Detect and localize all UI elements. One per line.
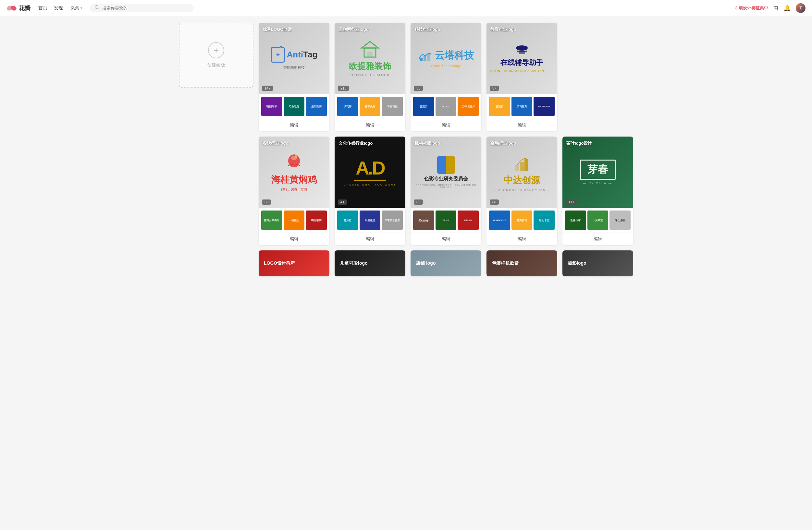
card-thumbnails: 试驾邦 墨客优品 奇图科技 [335, 94, 405, 119]
bottom-card-photo-logo[interactable]: 摄影logo [562, 250, 633, 276]
thumb-1: 逸魂竹茗 [565, 210, 586, 230]
nav-collect[interactable]: 采集 ▾ [71, 5, 82, 11]
card-main-image: 在线辅导助手 ONLINE COUNSELING ASSISTANT —— [487, 23, 557, 94]
svg-point-16 [295, 156, 297, 158]
card-header: A.D CREATE WHAT YOU WANT 文化传媒行业logo 41 [335, 136, 405, 208]
svg-point-2 [95, 5, 98, 9]
grid-icon[interactable]: ⊞ [773, 4, 778, 12]
board-card-antitag[interactable]: AntiTag 智能防盗科技 优秀LOGO欣赏 147 嗨翻闺栋 巧鱼电竞 晨阳… [259, 23, 330, 131]
bottom-card-shop-logo[interactable]: 店铺 logo [410, 250, 481, 276]
color-logo: 色彩专业研究委员会 PROFESSIONAL RESEARCH COMMITTE… [410, 156, 481, 189]
board-card-ad[interactable]: A.D CREATE WHAT YOU WANT 文化传媒行业logo 41 趣… [335, 136, 405, 245]
card-thumbnails: 嗨翻闺栋 巧鱼电竞 晨阳医药 [259, 94, 330, 119]
card-title: 文化传媒行业logo [338, 141, 373, 146]
edit-button[interactable]: 编辑 [335, 233, 405, 245]
svg-rect-17 [516, 165, 519, 171]
thumb-2: 学习教育 [511, 97, 533, 116]
cta-label[interactable]: 3 项设计赛征集中 [735, 5, 768, 11]
board-card-food[interactable]: 海桂黄焖鸡 好吃、实惠、方便 餐饮行业logo 69 花田台茶餐厅 一络橙心 嗨… [259, 136, 330, 245]
board-card-ottiya[interactable]: 欧提雅装饰 OTTIYA DECORATION 互联网行业logo 213 试驾… [335, 23, 405, 131]
create-board-label: 创建画板 [207, 62, 225, 68]
thumb-1: 嗨翻闺栋 [261, 97, 282, 116]
edu-logo: 在线辅导助手 ONLINE COUNSELING ASSISTANT —— [490, 44, 554, 73]
card-title: 优秀LOGO欣赏 [263, 27, 292, 32]
svg-rect-8 [420, 58, 423, 61]
svg-rect-19 [524, 159, 528, 171]
thumb-3: 乐土乡园 [609, 210, 630, 230]
create-board-button[interactable]: + 创建画板 [179, 23, 253, 88]
nav-collect-label: 采集 [71, 5, 79, 11]
board-card-tea[interactable]: 芽春 — Ya Chun — 茶叶logo设计 111 逸魂竹茗 一风茶宝 乐土… [562, 136, 633, 245]
bottom-card-logo-tutorial[interactable]: LOGO设计教程 [259, 250, 330, 276]
bottom-card-title: 包装样机欣赏 [492, 261, 519, 266]
card-main-image: AntiTag 智能防盗科技 [259, 23, 330, 94]
search-input[interactable] [102, 5, 189, 10]
ottiya-logo: 欧提雅装饰 OTTIYA DECORATION [349, 40, 391, 77]
thumb-2: 辰星旅游 [360, 210, 381, 230]
nav-home[interactable]: 首页 [38, 5, 47, 11]
chevron-down-icon: ▾ [81, 6, 82, 10]
bottom-card-header: 儿童可爱logo [335, 250, 405, 276]
card-main-image: A.D CREATE WHAT YOU WANT [335, 136, 405, 208]
nav-right: 3 项设计赛征集中 ⊞ 🔔 T [735, 3, 806, 13]
card-count: 37 [490, 86, 499, 91]
bottom-card-kids-logo[interactable]: 儿童可爱logo [335, 250, 405, 276]
thumb-3: GORDON [534, 97, 555, 116]
thumb-2: 趋势咨询 [511, 210, 533, 230]
edit-button[interactable]: 编辑 [487, 119, 557, 131]
card-header: 欧提雅装饰 OTTIYA DECORATION 互联网行业logo 213 [335, 23, 405, 94]
board-card-color[interactable]: 色彩专业研究委员会 PROFESSIONAL RESEARCH COMMITTE… [410, 136, 481, 245]
edit-button[interactable]: 编辑 [562, 233, 633, 245]
board-grid: AntiTag 智能防盗科技 优秀LOGO欣赏 147 嗨翻闺栋 巧鱼电竞 晨阳… [259, 23, 633, 276]
card-count: 69 [262, 200, 271, 205]
card-header: 云塔科技 Yunta Technology 科技行业logo 55 [410, 23, 481, 94]
card-header: 色彩专业研究委员会 PROFESSIONAL RESEARCH COMMITTE… [410, 136, 481, 208]
card-grid-row1: AntiTag 智能防盗科技 优秀LOGO欣赏 147 嗨翻闺栋 巧鱼电竞 晨阳… [259, 23, 633, 131]
card-thumbnails: MARKBIDI 趋势咨询 冰心卡盟 [487, 208, 557, 233]
bottom-card-title: LOGO设计教程 [264, 261, 295, 266]
edit-button[interactable]: 编辑 [410, 233, 481, 245]
bell-icon[interactable]: 🔔 [783, 4, 791, 12]
svg-rect-12 [517, 50, 527, 51]
thumb-1: 趣旅行 [337, 210, 358, 230]
card-thumbnails: 智慧棋 学习教育 GORDON [487, 94, 557, 119]
card-thumbnails: 趣旅行 辰星旅游 归零美学摄影 [335, 208, 405, 233]
board-card-yunta[interactable]: 云塔科技 Yunta Technology 科技行业logo 55 智慧云 HZ… [410, 23, 481, 131]
bottom-card-title: 儿童可爱logo [340, 261, 368, 266]
board-card-edu[interactable]: 在线辅导助手 ONLINE COUNSELING ASSISTANT —— 教育… [487, 23, 557, 131]
svg-rect-13 [519, 51, 525, 54]
edit-button[interactable]: 编辑 [410, 119, 481, 131]
thumb-1: 智慧棋 [489, 97, 510, 116]
svg-rect-18 [520, 162, 524, 171]
svg-rect-7 [367, 51, 373, 57]
card-header: 中达创源 — ZHONGDA CHUANGYUAN — 金融行业logo 80 [487, 136, 557, 208]
thumb-2: 墨客优品 [360, 97, 381, 116]
sidebar: + 创建画板 [179, 23, 253, 276]
avatar[interactable]: T [796, 3, 806, 13]
thumb-3: 晨阳医药 [306, 97, 327, 116]
board-card-finance[interactable]: 中达创源 — ZHONGDA CHUANGYUAN — 金融行业logo 80 … [487, 136, 557, 245]
bottom-card-title: 摄影logo [568, 261, 586, 266]
edit-button[interactable]: 编辑 [335, 119, 405, 131]
edit-button[interactable]: 编辑 [259, 119, 330, 131]
thumb-3: 冰心卡盟 [534, 210, 555, 230]
yunta-logo: 云塔科技 Yunta Technology [418, 49, 474, 68]
edit-button[interactable]: 编辑 [259, 233, 330, 245]
bottom-card-packaging[interactable]: 包装样机欣赏 [487, 250, 557, 276]
thumb-1: 智慧云 [413, 97, 434, 116]
logo[interactable]: 花瓣 [6, 3, 30, 13]
thumb-money: Money [413, 210, 434, 230]
bottom-card-header: 包装样机欣赏 [487, 250, 557, 276]
svg-line-3 [98, 8, 99, 10]
bottom-card-header: LOGO设计教程 [259, 250, 330, 276]
nav-discover[interactable]: 发现 [54, 5, 63, 11]
edit-button[interactable]: 编辑 [487, 233, 557, 245]
svg-marker-5 [362, 42, 378, 48]
search-box[interactable] [90, 3, 194, 12]
thumb-3: 奇图科技 [382, 97, 403, 116]
card-main-image: 中达创源 — ZHONGDA CHUANGYUAN — [487, 136, 557, 208]
card-title: 金融行业logo [490, 141, 516, 146]
thumb-1: 花田台茶餐厅 [261, 210, 282, 230]
card-count: 41 [338, 200, 347, 205]
logo-icon [6, 3, 17, 13]
